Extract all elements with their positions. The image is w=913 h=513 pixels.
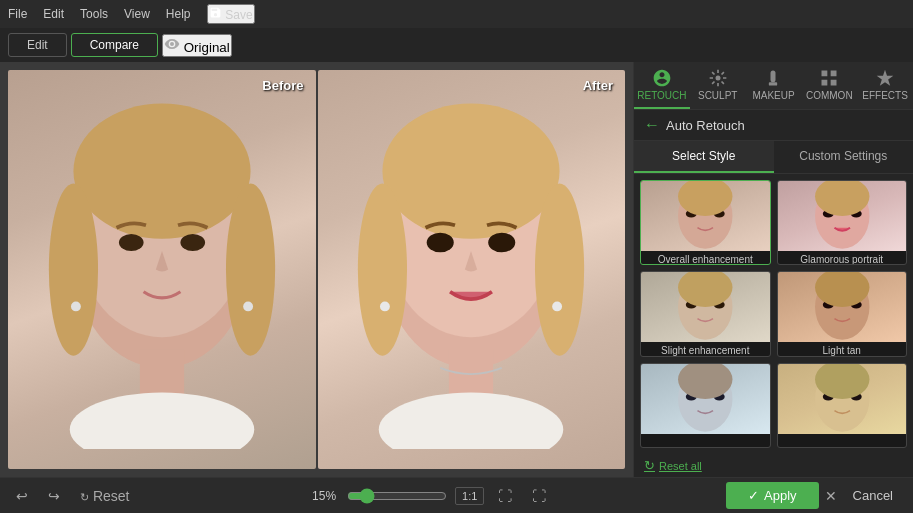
retouch-icon [652,68,672,88]
fit-to-screen-button[interactable]: ⛶ [492,486,518,506]
reset-button[interactable]: ↻ Reset [74,486,135,506]
svg-point-9 [71,301,81,311]
svg-point-19 [379,393,564,450]
svg-rect-23 [771,71,776,83]
sculpt-icon [708,68,728,88]
undo-button[interactable]: ↩ [10,486,34,506]
zoom-slider[interactable] [347,488,447,504]
makeup-label: MAKEUP [752,90,794,101]
menu-edit[interactable]: Edit [43,7,64,21]
view-original-button[interactable]: Original [162,34,232,57]
menu-file[interactable]: File [8,7,27,21]
style-glamorous-label: Glamorous portrait [778,251,907,265]
tool-sculpt[interactable]: SCULPT [690,62,746,109]
style-overall-thumb [641,181,770,251]
style-light-tan-thumb [778,272,907,342]
svg-point-17 [488,233,515,253]
style-overall-svg [641,181,770,251]
after-photo [318,70,626,469]
after-panel: After [318,70,626,469]
redo-button[interactable]: ↪ [42,486,66,506]
menu-view[interactable]: View [124,7,150,21]
svg-point-20 [380,301,390,311]
back-arrow-icon[interactable]: ← [644,116,660,134]
reset-all-button[interactable]: ↻ Reset all [634,454,913,477]
save-icon [209,6,222,19]
after-face-svg [348,90,594,449]
svg-point-15 [535,183,584,355]
svg-point-22 [715,76,720,81]
style-5[interactable] [640,363,771,448]
makeup-icon [763,68,783,88]
panel-title: Auto Retouch [666,118,745,133]
checkmark-icon: ✓ [748,488,759,503]
before-photo [8,70,316,469]
svg-point-10 [243,301,253,311]
x-button[interactable]: ✕ [825,488,837,504]
zoom-value: 15% [309,489,339,503]
zoom-ratio-button[interactable]: 1:1 [455,487,484,505]
bottom-left-controls: ↩ ↪ ↻ Reset [10,486,135,506]
style-glamorous-svg [778,181,907,251]
svg-point-13 [383,103,560,238]
style-5-label [641,434,770,448]
style-overall[interactable]: Overall enhancement [640,180,771,265]
common-icon [819,68,839,88]
sculpt-label: SCULPT [698,90,737,101]
style-6[interactable] [777,363,908,448]
before-panel: Before [8,70,316,469]
style-tabs: Select Style Custom Settings [634,141,913,174]
style-light-tan-svg [778,272,907,342]
svg-point-16 [427,233,454,253]
style-glamorous-thumb [778,181,907,251]
fullscreen-button[interactable]: ⛶ [526,486,552,506]
style-light-tan[interactable]: Light tan [777,271,908,356]
tool-common[interactable]: COMMON [801,62,857,109]
svg-point-5 [119,234,144,251]
menu-tools[interactable]: Tools [80,7,108,21]
tab-select-style[interactable]: Select Style [634,141,774,173]
style-6-thumb [778,364,907,434]
svg-point-2 [73,103,250,238]
svg-point-21 [552,301,562,311]
svg-point-3 [49,183,98,355]
style-6-label [778,434,907,448]
eye-icon [164,36,180,52]
style-slight[interactable]: Slight enhancement [640,271,771,356]
canvas-area: Before [0,62,633,477]
menu-help[interactable]: Help [166,7,191,21]
style-light-tan-label: Light tan [778,342,907,356]
before-label: Before [262,78,303,93]
menu-bar: File Edit Tools View Help Save [0,0,913,28]
after-label: After [583,78,613,93]
style-slight-thumb [641,272,770,342]
edit-tabs-bar: Edit Compare Original [0,28,913,62]
style-slight-label: Slight enhancement [641,342,770,356]
style-grid: Overall enhancement Glamorous [634,174,913,454]
svg-point-6 [180,234,205,251]
svg-rect-24 [769,82,777,85]
effects-label: EFFECTS [862,90,908,101]
style-overall-label: Overall enhancement [641,251,770,265]
bottom-center-controls: 15% 1:1 ⛶ ⛶ [143,486,718,506]
style-glamorous[interactable]: Glamorous portrait [777,180,908,265]
bottom-bar: ↩ ↪ ↻ Reset 15% 1:1 ⛶ ⛶ ✓ Apply ✕ Cancel [0,477,913,513]
bottom-right-controls: ✓ Apply ✕ Cancel [726,482,903,509]
svg-point-4 [226,183,275,355]
cancel-button[interactable]: Cancel [843,482,903,509]
tool-icons-bar: RETOUCH SCULPT MAKEUP COMMON EFFECTS [634,62,913,110]
effects-icon [875,68,895,88]
apply-button[interactable]: ✓ Apply [726,482,819,509]
retouch-label: RETOUCH [637,90,686,101]
tab-custom-settings[interactable]: Custom Settings [774,141,914,173]
svg-point-8 [70,393,255,450]
tool-retouch[interactable]: RETOUCH [634,62,690,109]
tab-edit[interactable]: Edit [8,33,67,57]
style-slight-svg [641,272,770,342]
panel-header: ← Auto Retouch [634,110,913,141]
save-button[interactable]: Save [207,4,255,24]
tool-makeup[interactable]: MAKEUP [746,62,802,109]
tab-compare[interactable]: Compare [71,33,158,57]
svg-point-14 [358,183,407,355]
tool-effects[interactable]: EFFECTS [857,62,913,109]
